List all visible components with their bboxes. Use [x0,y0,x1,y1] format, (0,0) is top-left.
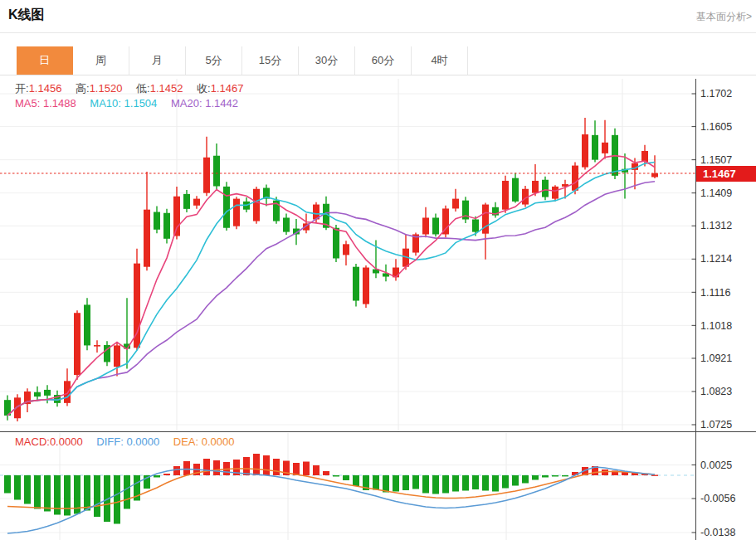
tabbar-border [0,75,756,75]
high-label: 高: [76,82,90,95]
ma10-readout: MA10: 1.1504 [90,97,157,109]
page-title: K线图 [8,7,45,24]
kline-widget: K线图 基本面分析> 日 周 月 5分 15分 30分 60分 4时 1.170… [0,0,756,540]
open-label: 开: [15,82,29,95]
dea-value: DEA: 0.0000 [173,435,235,448]
current-price-badge: 1.1467 [696,166,756,182]
close-value: 1.1467 [211,82,244,95]
ohlc-readout: 开:1.1456 高:1.1520 低:1.1452 收:1.1467 [15,81,254,96]
tab-30min[interactable]: 30分 [299,46,355,75]
svg-text:1.1116: 1.1116 [700,287,730,299]
tab-4hour[interactable]: 4时 [412,46,468,75]
svg-text:1.1312: 1.1312 [700,220,732,231]
tab-5min[interactable]: 5分 [186,46,242,75]
tab-week[interactable]: 周 [73,46,129,75]
svg-text:1.1409: 1.1409 [700,187,732,199]
svg-text:1.0921: 1.0921 [700,353,732,364]
ma5-readout: MA5: 1.1488 [15,97,76,109]
open-value: 1.1456 [29,82,62,95]
tab-month[interactable]: 月 [129,46,186,75]
ma20-readout: MA20: 1.1442 [171,97,238,109]
kline-macd-chart[interactable]: 1.17021.16051.15071.14091.13121.12141.11… [0,79,756,540]
macd-value: MACD:0.0000 [15,435,83,448]
svg-text:1.1507: 1.1507 [700,154,732,166]
svg-text:1.1702: 1.1702 [700,88,732,100]
macd-readout: MACD:0.0000 DIFF: 0.0000 DEA: 0.0000 [15,435,235,448]
svg-text:1.1605: 1.1605 [700,121,732,133]
svg-text:1.0823: 1.0823 [700,386,732,397]
tab-15min[interactable]: 15分 [242,46,299,75]
diff-value: DIFF: 0.0000 [96,435,159,448]
high-value: 1.1520 [90,82,123,95]
close-label: 收: [197,82,211,95]
svg-text:1.1214: 1.1214 [700,253,732,265]
header-divider [0,32,756,33]
tab-60min[interactable]: 60分 [355,46,412,75]
svg-text:0.0025: 0.0025 [700,460,732,471]
tab-day[interactable]: 日 [17,46,73,75]
fundamental-analysis-link[interactable]: 基本面分析> [696,10,752,24]
low-value: 1.1452 [150,82,183,95]
svg-text:1.0725: 1.0725 [700,419,732,431]
svg-text:-0.0056: -0.0056 [700,493,735,504]
low-label: 低: [136,82,150,95]
ma-readout: MA5: 1.1488 MA10: 1.1504 MA20: 1.1442 [15,97,238,109]
svg-text:1.1018: 1.1018 [700,320,732,332]
interval-tabs: 日 周 月 5分 15分 30分 60分 4时 [17,46,468,75]
svg-text:-0.0138: -0.0138 [700,527,735,538]
